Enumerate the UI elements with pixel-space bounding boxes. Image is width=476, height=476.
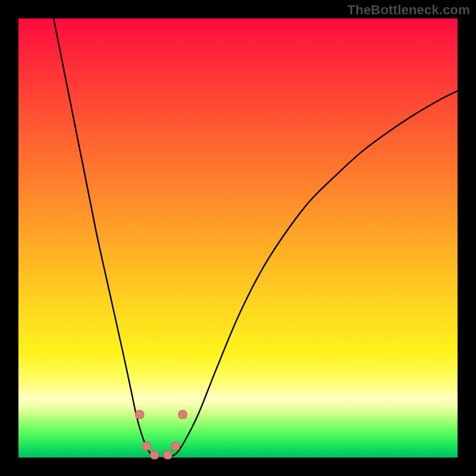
curve-path bbox=[54, 18, 458, 458]
curve-marker bbox=[151, 451, 159, 459]
chart-plot-area bbox=[18, 18, 458, 458]
curve-marker bbox=[143, 442, 151, 450]
curve-marker bbox=[136, 411, 144, 419]
curve-marker bbox=[178, 411, 187, 419]
watermark-text: TheBottleneck.com bbox=[347, 2, 470, 18]
curve-marker bbox=[164, 451, 172, 459]
bottleneck-curve bbox=[18, 18, 458, 458]
curve-markers bbox=[136, 411, 187, 459]
chart-frame: TheBottleneck.com bbox=[0, 0, 476, 476]
curve-marker bbox=[171, 442, 180, 450]
